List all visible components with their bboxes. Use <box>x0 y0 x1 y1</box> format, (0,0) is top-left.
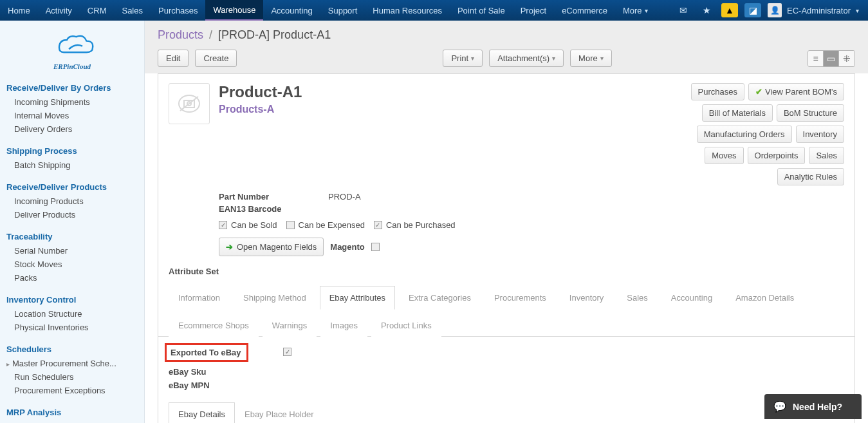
more-button[interactable]: More▾ <box>570 50 612 67</box>
breadcrumb-sep: / <box>209 28 212 41</box>
moves-button[interactable]: Moves <box>705 147 743 164</box>
view-parent-bom-button[interactable]: ✔View Parent BOM's <box>748 83 844 100</box>
tab-sales[interactable]: Sales <box>617 286 658 310</box>
nav-item-support[interactable]: Support <box>320 0 365 21</box>
tab-accounting[interactable]: Accounting <box>661 286 722 310</box>
sidebar-item[interactable]: Run MRP Analysis <box>0 420 144 423</box>
tab-inventory[interactable]: Inventory <box>560 286 613 310</box>
tab-amazon-details[interactable]: Amazon Details <box>726 286 804 310</box>
breadcrumb-parent[interactable]: Products <box>158 28 203 41</box>
can-be-expensed-checkbox[interactable]: Can be Expensed <box>286 220 365 230</box>
sidebar-item[interactable]: Incoming Products <box>0 194 144 208</box>
magento-checkbox[interactable] <box>371 243 380 251</box>
warning-icon[interactable]: ▲ <box>721 3 738 17</box>
app-icon[interactable]: ◪ <box>744 3 761 17</box>
sidebar-item[interactable]: Deliver Products <box>0 208 144 221</box>
print-button[interactable]: Print▾ <box>443 50 483 67</box>
tab-information[interactable]: Information <box>169 286 230 310</box>
open-magento-fields-button[interactable]: ➔Open Magento Fields <box>219 238 324 256</box>
edit-button[interactable]: Edit <box>158 50 189 67</box>
logo[interactable]: ERPinCloud <box>0 26 144 79</box>
subtab-ebay-details[interactable]: Ebay Details <box>169 402 235 423</box>
analytic-rules-button[interactable]: Analytic Rules <box>777 168 844 185</box>
nav-item-sales[interactable]: Sales <box>114 0 151 21</box>
sidebar-item[interactable]: Serial Number <box>0 244 144 258</box>
caret-icon: ▾ <box>856 7 859 14</box>
nav-item-human-resources[interactable]: Human Resources <box>365 0 450 21</box>
avatar-icon: 👤 <box>768 3 782 17</box>
sidebar-item[interactable]: Procurement Exceptions <box>0 384 144 397</box>
tab-ebay-attributes[interactable]: Ebay Attributes <box>320 286 395 310</box>
sidebar-section-title[interactable]: Inventory Control <box>0 291 144 307</box>
bom-structure-button[interactable]: BoM Structure <box>777 104 844 122</box>
tab-warnings[interactable]: Warnings <box>263 314 317 337</box>
chat-icon: 💬 <box>773 400 786 413</box>
check-icon: ✔ <box>755 87 762 97</box>
star-icon[interactable]: ★ <box>698 3 715 17</box>
nav-item-home[interactable]: Home <box>0 0 38 21</box>
sidebar-item[interactable]: Batch Shipping <box>0 158 144 172</box>
sidebar-item[interactable]: Run Schedulers <box>0 370 144 384</box>
logo-text: ERPinCloud <box>0 62 144 70</box>
sidebar-item[interactable]: Packs <box>0 271 144 285</box>
product-name: Product-A1 <box>219 83 302 101</box>
product-image-placeholder[interactable] <box>169 83 210 124</box>
sidebar-item[interactable]: Stock Moves <box>0 258 144 271</box>
manufacturing-orders-button[interactable]: Manufacturing Orders <box>697 126 792 143</box>
nav-item-warehouse[interactable]: Warehouse <box>205 0 263 21</box>
sidebar-item[interactable]: Physical Inventories <box>0 321 144 334</box>
nav-item-ecommerce[interactable]: eCommerce <box>554 0 615 21</box>
attachments-button[interactable]: Attachment(s)▾ <box>489 50 564 67</box>
nav-item-crm[interactable]: CRM <box>80 0 115 21</box>
can-be-purchased-checkbox[interactable]: Can be Purchased <box>374 220 456 230</box>
part-number-value: PROD-A <box>328 192 361 202</box>
nav-item-project[interactable]: Project <box>513 0 554 21</box>
purchases-button[interactable]: Purchases <box>691 83 744 100</box>
create-button[interactable]: Create <box>195 50 237 67</box>
sidebar-section-title[interactable]: Shipping Process <box>0 142 144 158</box>
nav-item-accounting[interactable]: Accounting <box>263 0 320 21</box>
tab-product-links[interactable]: Product Links <box>371 314 441 337</box>
sidebar-item[interactable]: Location Structure <box>0 307 144 321</box>
sidebar-section-title[interactable]: Schedulers <box>0 341 144 357</box>
mail-icon[interactable]: ✉ <box>675 3 692 17</box>
product-category[interactable]: Products-A <box>219 104 302 115</box>
kanban-view-icon[interactable]: ⁜ <box>839 51 854 66</box>
tab-ecommerce-shops[interactable]: Ecommerce Shops <box>169 314 259 337</box>
tab-extra-categories[interactable]: Extra Categories <box>399 286 481 310</box>
tab-procurements[interactable]: Procurements <box>485 286 556 310</box>
list-view-icon[interactable]: ≡ <box>808 51 824 66</box>
ean-barcode-label: EAN13 Barcode <box>219 204 302 214</box>
exported-to-ebay-checkbox[interactable] <box>283 348 291 356</box>
orderpoints-button[interactable]: Orderpoints <box>748 147 806 164</box>
nav-more[interactable]: More ▾ <box>615 0 656 21</box>
sales-button[interactable]: Sales <box>809 147 844 164</box>
breadcrumb-current: [PROD-A] Product-A1 <box>218 28 331 41</box>
sidebar-item[interactable]: Incoming Shipments <box>0 95 144 109</box>
tab-shipping-method[interactable]: Shipping Method <box>234 286 316 310</box>
nav-item-point-of-sale[interactable]: Point of Sale <box>450 0 513 21</box>
nav-item-purchases[interactable]: Purchases <box>151 0 205 21</box>
bill-of-materials-button[interactable]: Bill of Materials <box>702 104 773 122</box>
view-switcher: ≡ ▭ ⁜ <box>808 50 855 67</box>
sidebar-section-title[interactable]: Receive/Deliver By Orders <box>0 79 144 95</box>
can-be-sold-checkbox[interactable]: Can be Sold <box>219 220 277 230</box>
sidebar-section-title[interactable]: MRP Analysis <box>0 404 144 420</box>
inventory-button[interactable]: Inventory <box>796 126 844 143</box>
nav-item-activity[interactable]: Activity <box>38 0 80 21</box>
sidebar-section-title[interactable]: Traceability <box>0 228 144 244</box>
subtabs: Ebay DetailsEbay Place Holder <box>169 402 844 423</box>
sidebar-item[interactable]: Master Procurement Sche... <box>0 357 144 370</box>
content: Products / [PROD-A] Product-A1 Edit Crea… <box>145 21 868 423</box>
breadcrumb: Products / [PROD-A] Product-A1 <box>145 21 868 44</box>
arrow-right-icon: ➔ <box>226 242 233 252</box>
form-view-icon[interactable]: ▭ <box>824 51 839 66</box>
sidebar-item[interactable]: Delivery Orders <box>0 122 144 136</box>
ebay-sku-label: eBay Sku <box>169 367 245 377</box>
tab-images[interactable]: Images <box>320 314 367 337</box>
user-menu[interactable]: 👤 EC-Administrator ▾ <box>768 3 859 17</box>
subtab-ebay-place-holder[interactable]: Ebay Place Holder <box>235 402 324 423</box>
sidebar-section-title[interactable]: Receive/Deliver Products <box>0 178 144 194</box>
sidebar-item[interactable]: Internal Moves <box>0 109 144 122</box>
help-widget[interactable]: 💬 Need Help? <box>764 394 862 419</box>
